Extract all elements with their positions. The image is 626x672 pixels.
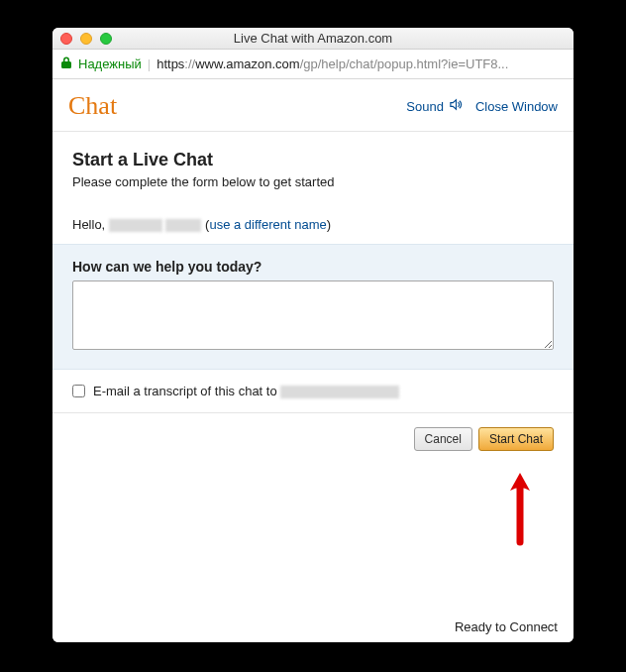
close-window-icon[interactable] — [60, 33, 72, 45]
lock-icon — [60, 56, 72, 72]
email-label-prefix: E-mail a transcript of this chat to — [93, 384, 280, 398]
chat-page: Chat Sound Close Window Start a Live Cha… — [52, 79, 574, 642]
paren-close: ) — [327, 217, 331, 232]
url-https: https — [156, 56, 184, 71]
url-path: /gp/help/chat/popup.html?ie=UTF8... — [300, 56, 509, 71]
url-domain: www.amazon.com — [195, 56, 299, 71]
maximize-window-icon[interactable] — [100, 33, 112, 45]
redacted-name — [165, 219, 201, 232]
addressbar-divider: | — [148, 56, 151, 71]
arrow-annotation-icon — [500, 471, 540, 550]
sound-toggle[interactable]: Sound — [406, 97, 464, 115]
button-row: Cancel Start Chat — [52, 413, 574, 465]
url-text: https://www.amazon.com/gp/help/chat/popu… — [156, 56, 566, 71]
hello-line: Hello, (use a different name) — [72, 217, 554, 232]
question-textarea[interactable] — [72, 280, 554, 350]
use-different-name-link[interactable]: use a different name — [209, 217, 326, 232]
start-subtitle: Please complete the form below to get st… — [72, 174, 554, 189]
speaker-icon — [449, 97, 464, 115]
email-transcript-label: E-mail a transcript of this chat to — [93, 384, 399, 398]
cancel-button[interactable]: Cancel — [414, 427, 472, 451]
start-title: Start a Live Chat — [72, 150, 554, 170]
close-window-link[interactable]: Close Window — [475, 99, 558, 114]
secure-label: Надежный — [78, 56, 142, 71]
minimize-window-icon[interactable] — [80, 33, 92, 45]
header-links: Sound Close Window — [406, 97, 558, 115]
question-label: How can we help you today? — [72, 259, 554, 275]
browser-window: Live Chat with Amazon.com Надежный | htt… — [52, 28, 574, 642]
address-bar[interactable]: Надежный | https://www.amazon.com/gp/hel… — [52, 50, 574, 79]
email-transcript-checkbox[interactable] — [72, 385, 85, 397]
intro-section: Start a Live Chat Please complete the fo… — [52, 132, 574, 244]
chat-header: Chat Sound Close Window — [52, 79, 574, 132]
page-title: Chat — [68, 91, 117, 121]
status-text: Ready to Connect — [455, 612, 558, 642]
url-sep: :// — [184, 56, 195, 71]
hello-prefix: Hello, — [72, 217, 109, 232]
redacted-email — [280, 386, 399, 398]
question-section: How can we help you today? — [52, 244, 574, 370]
traffic-lights — [60, 33, 112, 45]
sound-label: Sound — [406, 99, 444, 114]
start-chat-button[interactable]: Start Chat — [478, 427, 554, 451]
window-titlebar: Live Chat with Amazon.com — [52, 28, 574, 50]
redacted-name — [109, 219, 162, 232]
window-title: Live Chat with Amazon.com — [52, 31, 574, 46]
email-transcript-row: E-mail a transcript of this chat to — [52, 370, 574, 413]
